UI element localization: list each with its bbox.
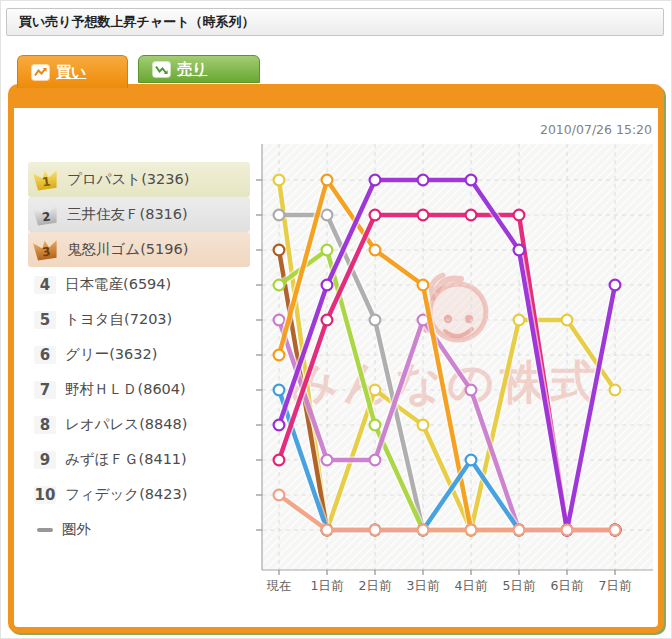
stock-label[interactable]: グリー(3632) <box>65 345 157 364</box>
data-point <box>466 210 477 221</box>
data-point <box>322 210 333 221</box>
data-point <box>466 385 477 396</box>
stock-label[interactable]: 三井住友Ｆ(8316) <box>67 205 188 224</box>
data-point <box>466 455 477 466</box>
x-axis-label: 現在 <box>267 578 292 593</box>
ranking-list: 1 プロパスト(3236) 2 三井住友Ｆ(8316) 3 鬼怒川ゴム(5196… <box>28 162 250 547</box>
ranking-row[interactable]: 圏外 <box>28 512 250 547</box>
data-point <box>610 280 621 291</box>
data-point <box>418 210 429 221</box>
x-axis-label: 5日前 <box>503 578 536 593</box>
data-point <box>370 245 381 256</box>
data-point <box>418 280 429 291</box>
data-point <box>418 525 429 536</box>
silver-crown-icon: 2 <box>33 203 60 226</box>
stock-label[interactable]: 日本電産(6594) <box>65 275 171 294</box>
data-point <box>466 525 477 536</box>
stock-label[interactable]: みずほＦＧ(8411) <box>65 450 187 469</box>
ranking-row[interactable]: 4 日本電産(6594) <box>28 267 250 302</box>
data-point <box>370 455 381 466</box>
stock-label[interactable]: 野村ＨＬＤ(8604) <box>65 380 186 399</box>
data-point <box>514 315 525 326</box>
ranking-row[interactable]: 6 グリー(3632) <box>28 337 250 372</box>
data-point <box>610 525 621 536</box>
data-point <box>274 490 285 501</box>
gold-crown-icon: 1 <box>33 168 60 191</box>
data-point <box>274 420 285 431</box>
data-point <box>370 175 381 186</box>
data-point <box>514 525 525 536</box>
ranking-row[interactable]: 8 レオパレス(8848) <box>28 407 250 442</box>
ranking-row[interactable]: 1 プロパスト(3236) <box>28 162 250 197</box>
tab-sell-label: 売り <box>177 60 207 79</box>
data-point <box>370 385 381 396</box>
buy-trend-up-icon <box>32 65 49 80</box>
rank-badge: 10 <box>34 486 56 504</box>
data-point <box>418 420 429 431</box>
page-title: 買い売り予想数上昇チャート（時系列） <box>6 8 664 36</box>
data-point <box>370 315 381 326</box>
data-point <box>514 210 525 221</box>
data-point <box>322 175 333 186</box>
rank-badge: 9 <box>34 451 56 469</box>
ranking-row[interactable]: 5 トヨタ自(7203) <box>28 302 250 337</box>
data-point <box>274 385 285 396</box>
bronze-crown-icon: 3 <box>33 238 60 261</box>
x-axis-label: 7日前 <box>599 578 632 593</box>
data-point <box>418 175 429 186</box>
stock-label[interactable]: 鬼怒川ゴム(5196) <box>67 240 188 259</box>
page: { "window": { "title": "買い売り予想数上昇チャート（時系… <box>0 0 672 639</box>
stock-label[interactable]: 圏外 <box>62 520 91 539</box>
data-point <box>274 210 285 221</box>
tab-sell[interactable]: 売り <box>138 55 260 83</box>
stock-label[interactable]: フィデック(8423) <box>65 485 187 504</box>
x-axis-label: 1日前 <box>311 578 344 593</box>
data-point <box>274 315 285 326</box>
data-point <box>322 315 333 326</box>
data-point <box>370 420 381 431</box>
data-point <box>466 175 477 186</box>
chart-timestamp: 2010/07/26 15:20 <box>430 122 652 137</box>
ranking-row[interactable]: 9 みずほＦＧ(8411) <box>28 442 250 477</box>
x-axis-label: 2日前 <box>359 578 392 593</box>
rank-badge: 7 <box>34 381 56 399</box>
x-axis-label: 4日前 <box>455 578 488 593</box>
data-point <box>370 525 381 536</box>
tab-buy-label: 買い <box>56 63 86 82</box>
stock-label[interactable]: レオパレス(8848) <box>65 415 187 434</box>
data-point <box>322 525 333 536</box>
rank-chart: みんなの株式現在1日前2日前3日前4日前5日前6日前7日前 <box>255 138 661 596</box>
data-point <box>274 455 285 466</box>
rank-badge: 6 <box>34 346 56 364</box>
ranking-row[interactable]: 7 野村ＨＬＤ(8604) <box>28 372 250 407</box>
rank-badge: 5 <box>34 311 56 329</box>
data-point <box>322 280 333 291</box>
tab-buy[interactable]: 買い <box>17 55 128 88</box>
data-point <box>610 385 621 396</box>
stock-label[interactable]: プロパスト(3236) <box>67 170 189 189</box>
data-point <box>562 315 573 326</box>
data-point <box>274 280 285 291</box>
ranking-row[interactable]: 2 三井住友Ｆ(8316) <box>28 197 250 232</box>
data-point <box>322 245 333 256</box>
data-point <box>274 350 285 361</box>
out-of-rank-dash-icon <box>37 528 53 532</box>
data-point <box>370 210 381 221</box>
data-point <box>514 245 525 256</box>
data-point <box>274 245 285 256</box>
data-point <box>274 175 285 186</box>
rank-badge: 4 <box>34 276 56 294</box>
ranking-row[interactable]: 10 フィデック(8423) <box>28 477 250 512</box>
stock-label[interactable]: トヨタ自(7203) <box>65 310 172 329</box>
ranking-row[interactable]: 3 鬼怒川ゴム(5196) <box>28 232 250 267</box>
x-axis-label: 3日前 <box>407 578 440 593</box>
x-axis-label: 6日前 <box>551 578 584 593</box>
data-point <box>322 455 333 466</box>
sell-trend-down-icon <box>153 62 170 77</box>
data-point <box>562 525 573 536</box>
rank-badge: 8 <box>34 416 56 434</box>
